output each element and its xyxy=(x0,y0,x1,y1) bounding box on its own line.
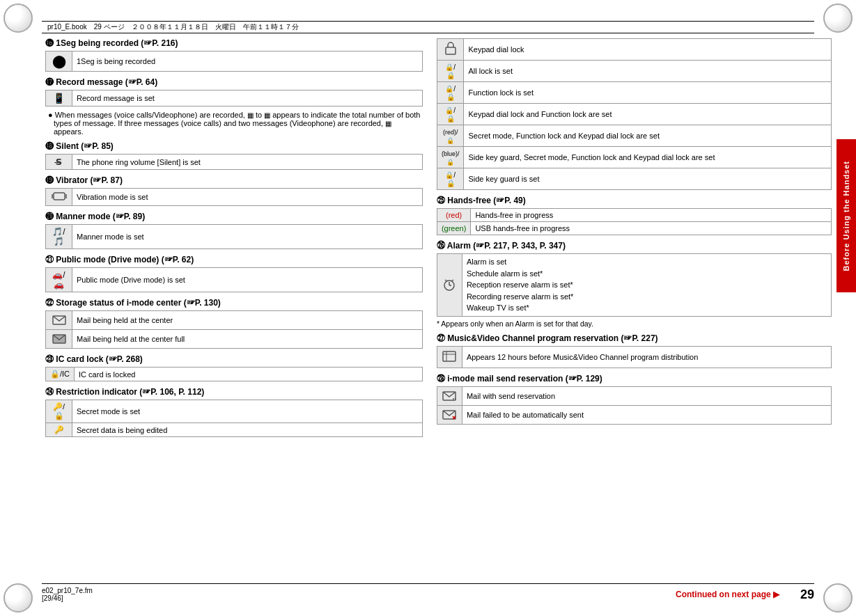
table-row: Mail being held at the center full xyxy=(46,330,423,349)
desc-cell: Secret data is being edited xyxy=(72,423,423,437)
table-row: 🔒/🔒 Function lock is set xyxy=(437,82,831,104)
silent-icon: S̶ xyxy=(56,157,62,167)
desc-cell: Secret mode is set xyxy=(72,400,423,423)
page-footer: e02_pr10_7e.fm [29/46] Continued on next… xyxy=(42,583,814,602)
desc-cell: 1Seg is being recorded xyxy=(72,52,423,72)
table-row: 🔒/🔒 Keypad dial lock and Function lock a… xyxy=(437,104,831,125)
table-row: 🔒/🔒 Side key guard is set xyxy=(437,168,831,190)
desc-cell: Public mode (Drive mode) is set xyxy=(72,268,423,292)
icon-cell: 🔒/🔒 xyxy=(437,82,464,104)
table-row: Keypad dial lock xyxy=(437,39,831,61)
table-row: 🚗/🚗 Public mode (Drive mode) is set xyxy=(46,268,423,292)
red-lock-icon: (red)/🔒 xyxy=(443,129,458,144)
section-18-note: ● When messages (voice calls/Videophone)… xyxy=(45,111,423,136)
desc-cell: All lock is set xyxy=(464,61,832,82)
section-27-title: ㉖ Alarm (☞P. 217, P. 343, P. 347) xyxy=(437,241,832,251)
alarm-note: * Appears only when an Alarm is set for … xyxy=(437,319,832,328)
table-row: 🔒/IC IC card is locked xyxy=(46,368,423,381)
section-18-table: 📱 Record message is set xyxy=(45,90,423,106)
secret-edit-icon: 🔑 xyxy=(54,425,64,434)
left-column: ⓰ 1Seg being recorded (☞P. 216) ⬤ 1Seg i… xyxy=(45,38,423,581)
svg-line-9 xyxy=(445,280,447,281)
secret-mode-icon: 🔑/🔒 xyxy=(53,402,65,420)
icon-cell: ⬤ xyxy=(46,52,72,72)
section-22-title: ㉑ Public mode (Drive mode) (☞P. 62) xyxy=(45,255,423,264)
section-19-title: ⓲ Silent (☞P. 85) xyxy=(45,141,423,151)
corner-decoration-tr xyxy=(814,0,856,42)
icon-cell xyxy=(437,254,462,317)
desc-cell: Mail being held at the center full xyxy=(72,330,423,349)
section-23-title: ㉒ Storage status of i-mode center (☞P. 1… xyxy=(45,298,423,308)
continued-text: Continued on next page ▶ xyxy=(676,590,779,599)
icon-cell: (red)/🔒 xyxy=(437,125,464,147)
icon-cell: 🔑 xyxy=(46,423,72,437)
svg-line-10 xyxy=(451,280,453,281)
icon-cell: 🔒/🔒 xyxy=(437,104,464,125)
section-29-title: ㉘ i-mode mail send reservation (☞P. 129) xyxy=(437,374,832,384)
music-channel-icon xyxy=(442,349,457,364)
record-icon: ⬤ xyxy=(52,54,66,68)
vibrator-icon xyxy=(52,191,67,202)
side-guard-icon: 🔒/🔒 xyxy=(445,171,456,187)
handsfree-red-icon: (red) xyxy=(446,211,462,219)
page-number: 29 xyxy=(800,587,814,602)
lock-table: Keypad dial lock 🔒/🔒 All lock is set 🔒/🔒… xyxy=(437,38,832,190)
icon-cell: 🔒/🔒 xyxy=(437,61,464,82)
section-17-table: ⬤ 1Seg is being recorded xyxy=(45,51,423,72)
section-26-table: (red) Hands-free in progress (green) USB… xyxy=(437,208,832,235)
table-row: (blue)/🔒 Side key guard, Secret mode, Fu… xyxy=(437,147,831,168)
table-row: 🔑/🔒 Secret mode is set xyxy=(46,400,423,423)
section-22-table: 🚗/🚗 Public mode (Drive mode) is set xyxy=(45,267,423,292)
svg-rect-0 xyxy=(54,193,65,200)
section-20-title: ⓳ Vibrator (☞P. 87) xyxy=(45,175,423,185)
icon-cell: 📱 xyxy=(46,90,72,106)
icon-cell xyxy=(437,346,462,368)
mail-send-icon xyxy=(442,389,457,402)
icon-cell xyxy=(46,330,72,349)
ic-lock-icon: 🔒/IC xyxy=(50,370,70,378)
header-text: pr10_E.book 29 ページ ２００８年１１月１８日 火曜日 午前１１時… xyxy=(47,22,299,32)
mail-held-full-icon xyxy=(52,332,67,345)
desc-cell: Manner mode is set xyxy=(72,225,423,249)
icon-cell: 🚗/🚗 xyxy=(46,268,72,292)
icon-cell: 🔒/IC xyxy=(46,368,75,381)
section-28-table: Appears 12 hours before Music&Video Chan… xyxy=(437,346,832,368)
icon-cell xyxy=(46,311,72,330)
all-lock-icon: 🔒/🔒 xyxy=(445,63,456,79)
icon-cell xyxy=(437,39,464,61)
alarm-text: Alarm is set Schedule alarm is set* Rece… xyxy=(467,256,827,314)
section-28-title: ㉗ Music&Video Channel program reservatio… xyxy=(437,333,832,343)
manner-icon: 🎵/🎵 xyxy=(52,227,65,246)
keypad-func-lock-icon: 🔒/🔒 xyxy=(445,106,456,123)
footer-right: Continued on next page ▶ 29 xyxy=(676,587,814,602)
table-row: (red)/🔒 Secret mode, Function lock and K… xyxy=(437,125,831,147)
record-msg-icon: 📱 xyxy=(53,93,65,104)
desc-cell: Keypad dial lock xyxy=(464,39,832,61)
section-24-table: 🔒/IC IC card is locked xyxy=(45,367,423,381)
table-row: (green) USB hands-free in progress xyxy=(437,222,831,235)
icon-cell: (blue)/🔒 xyxy=(437,147,464,168)
icon-cell: S̶ xyxy=(46,155,72,170)
section-27-table: Alarm is set Schedule alarm is set* Rece… xyxy=(437,253,832,317)
icon-cell: 🔑/🔒 xyxy=(46,400,72,423)
section-24-title: ㉓ IC card lock (☞P. 268) xyxy=(45,354,423,364)
table-row: 🔑 Secret data is being edited xyxy=(46,423,423,437)
desc-cell: Function lock is set xyxy=(464,82,832,104)
desc-cell: Appears 12 hours before Music&Video Chan… xyxy=(462,346,831,368)
svg-rect-5 xyxy=(446,47,456,54)
desc-cell: The phone ring volume [Silent] is set xyxy=(72,155,423,170)
corner-decoration-bl xyxy=(0,574,42,616)
section-tab: Before Using the Handset xyxy=(836,139,856,292)
corner-decoration-tl xyxy=(0,0,42,42)
desc-cell: USB hands-free in progress xyxy=(471,222,832,235)
icon-cell: (green) xyxy=(437,222,470,235)
section-17-title: ⓰ 1Seg being recorded (☞P. 216) xyxy=(45,38,423,48)
public-mode-icon: 🚗/🚗 xyxy=(52,270,65,290)
section-20-table: Vibration mode is set xyxy=(45,188,423,206)
icon-cell: 🎵/🎵 xyxy=(46,225,72,249)
table-row: Alarm is set Schedule alarm is set* Rece… xyxy=(437,254,831,317)
table-row: 📱 Record message is set xyxy=(46,90,423,106)
section-23-table: Mail being held at the center Mail being… xyxy=(45,310,423,349)
table-row: (red) Hands-free in progress xyxy=(437,209,831,222)
desc-cell: Mail with send reservation xyxy=(462,386,831,405)
